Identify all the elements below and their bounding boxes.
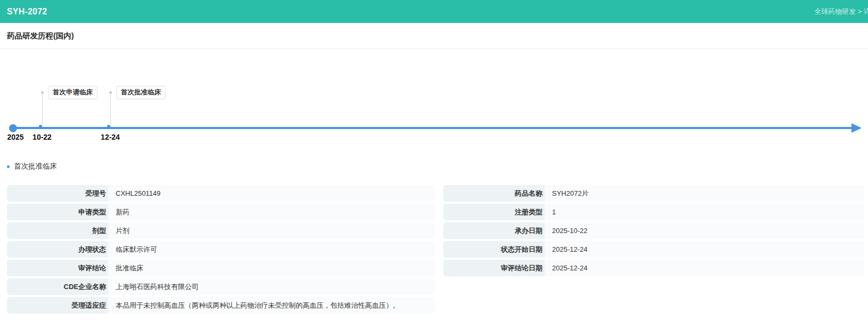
timeline-start-year: 2025	[7, 133, 23, 141]
timeline-node-icon[interactable]	[39, 125, 42, 128]
detail-heading-row: 首次批准临床	[7, 162, 868, 171]
field-value: 1	[545, 204, 864, 220]
field-label: 药品名称	[443, 185, 545, 202]
milestone-label[interactable]: 首次批准临床	[116, 86, 166, 99]
detail-tables: 受理号 CXHL2501149 申请类型 新药 剂型 片剂 办理状态 临床默示许…	[7, 185, 868, 316]
table-row: 申请类型 新药	[7, 204, 435, 220]
field-label: 办理状态	[7, 241, 108, 258]
timeline-axis	[13, 127, 854, 129]
field-label: 受理适应症	[7, 297, 108, 314]
field-value: 2025-10-22	[545, 222, 864, 239]
connector-line	[42, 94, 43, 125]
field-value: SYH2072片	[545, 185, 864, 202]
page-title: SYH-2072	[7, 7, 47, 17]
field-label: 剂型	[7, 222, 108, 239]
table-row: 药品名称 SYH2072片	[443, 185, 864, 202]
field-value: 本品用于未控制高血压（两种或两种以上药物治疗未受控制的高血压，包括难治性高血压）…	[108, 297, 435, 314]
detail-table-left: 受理号 CXHL2501149 申请类型 新药 剂型 片剂 办理状态 临床默示许…	[7, 185, 435, 316]
connector-line	[110, 94, 111, 125]
field-label: CDE企业名称	[7, 278, 108, 295]
app-header: SYH-2072 全球药物研发 > 详情	[0, 0, 868, 23]
field-label: 申请类型	[7, 204, 108, 220]
section-head: 药品研发历程(国内)	[0, 23, 868, 49]
field-label: 状态开始日期	[443, 241, 545, 258]
field-label: 承办日期	[443, 222, 545, 239]
drug-detail-page: SYH-2072 全球药物研发 > 详情 药品研发历程(国内) 2025 首次申…	[0, 0, 868, 328]
section-title: 药品研发历程(国内)	[7, 31, 74, 41]
field-value: 批准临床	[108, 260, 435, 276]
table-row: 受理适应症 本品用于未控制高血压（两种或两种以上药物治疗未受控制的高血压，包括难…	[7, 297, 435, 314]
breadcrumb[interactable]: 全球药物研发 > 详情	[814, 7, 868, 17]
timeline-node-icon[interactable]	[107, 125, 110, 128]
table-row: 状态开始日期 2025-12-24	[443, 241, 864, 258]
field-label: 审评结论	[7, 260, 108, 276]
field-value: 上海翊石医药科技有限公司	[108, 278, 435, 295]
table-row: 承办日期 2025-10-22	[443, 222, 864, 239]
field-label: 注册类型	[443, 204, 545, 220]
field-value: 片剂	[108, 222, 435, 239]
field-label: 审评结论日期	[443, 260, 545, 276]
field-value: 新药	[108, 204, 435, 220]
detail-table-right: 药品名称 SYH2072片 注册类型 1 承办日期 2025-10-22 状态开…	[443, 185, 864, 278]
milestone-date: 10-22	[33, 133, 52, 141]
timeline-arrow-icon	[851, 123, 862, 133]
table-row: 剂型 片剂	[7, 222, 435, 239]
milestone-date: 12-24	[101, 133, 120, 141]
table-row: 受理号 CXHL2501149	[7, 185, 435, 202]
timeline-start-dot-icon	[9, 124, 17, 132]
table-row: 审评结论日期 2025-12-24	[443, 260, 864, 276]
field-label: 受理号	[7, 185, 108, 202]
field-value: 临床默示许可	[108, 241, 435, 258]
table-row: 办理状态 临床默示许可	[7, 241, 435, 258]
table-row: 审评结论 批准临床	[7, 260, 435, 276]
field-value: 2025-12-24	[545, 260, 864, 276]
field-value: CXHL2501149	[108, 185, 435, 202]
milestone-label[interactable]: 首次申请临床	[48, 86, 98, 99]
field-value: 2025-12-24	[545, 241, 864, 258]
timeline: 2025 首次申请临床 10-22 首次批准临床 12-24	[0, 49, 868, 150]
table-row: 注册类型 1	[443, 204, 864, 220]
detail-heading: 首次批准临床	[14, 162, 57, 171]
bullet-icon	[7, 165, 10, 168]
table-row: CDE企业名称 上海翊石医药科技有限公司	[7, 278, 435, 295]
